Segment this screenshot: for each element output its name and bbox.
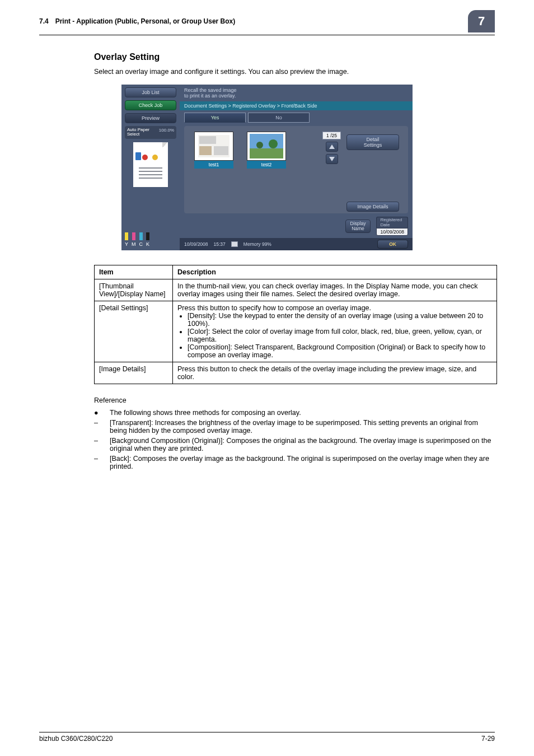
- list-item: [Back]: Composes the overlay image as th…: [110, 455, 495, 470]
- toner-k-label: K: [146, 241, 149, 247]
- tab-no[interactable]: No: [248, 113, 310, 123]
- svg-rect-2: [199, 146, 212, 155]
- list-item: The following shows three methods for co…: [110, 409, 301, 417]
- overlay-body: test1 test2 1 /25 Detail Settings: [184, 126, 408, 213]
- preview-button[interactable]: Preview: [125, 113, 176, 123]
- reference-heading: Reference: [94, 396, 495, 404]
- list-item: [Composition]: Select Transparent, Backg…: [188, 343, 492, 359]
- footer-model: bizhub C360/C280/C220: [39, 735, 113, 743]
- pager-up[interactable]: [326, 142, 338, 152]
- bullet-icon: ●: [94, 409, 101, 417]
- zoom-value: 100.0%: [159, 128, 174, 133]
- svg-rect-4: [250, 134, 283, 148]
- pager-count: 1 /25: [322, 132, 341, 139]
- intro-paragraph: Select an overlay image and configure it…: [94, 68, 495, 76]
- overlay-thumb-2-label: test2: [247, 161, 286, 169]
- table-row: [Image Details] Press this button to che…: [95, 362, 497, 384]
- status-memory-value: 99%: [262, 241, 271, 247]
- list-item: [Background Composition (Original)]: Com…: [110, 437, 495, 452]
- auto-paper-label: Auto Paper Select: [127, 128, 149, 137]
- registered-date-label: Registered Date: [376, 217, 408, 228]
- overlay-thumb-2[interactable]: [247, 132, 286, 161]
- paper-select-panel: Auto Paper Select 100.0%: [125, 126, 176, 139]
- table-cell-desc: In the thumb-nail view, you can check ov…: [173, 279, 497, 301]
- top-message: Recall the saved image to print it as an…: [180, 85, 413, 100]
- detail-settings-button[interactable]: Detail Settings: [346, 134, 399, 150]
- table-cell-desc: Press this button to specify how to comp…: [173, 301, 497, 362]
- table-cell-item: [Image Details]: [95, 362, 173, 384]
- svg-rect-1: [199, 136, 216, 144]
- reference-list: ●The following shows three methods for c…: [94, 409, 495, 470]
- overlay-thumb-1[interactable]: [194, 132, 233, 161]
- registered-date: Registered Date 10/09/2008: [376, 217, 408, 236]
- table-row: [Detail Settings] Press this button to s…: [95, 301, 497, 362]
- svg-rect-5: [250, 148, 283, 158]
- svg-marker-9: [329, 157, 335, 161]
- svg-point-6: [256, 142, 263, 148]
- status-date: 10/09/2008: [184, 241, 208, 247]
- display-name-button[interactable]: Display Name: [345, 220, 371, 233]
- toner-y-label: Y: [125, 241, 128, 247]
- job-list-button[interactable]: Job List: [125, 87, 176, 97]
- status-memory-label: Memory: [243, 241, 261, 247]
- table-cell-item: [Thumbnail View]/[Display Name]: [95, 279, 173, 301]
- registered-date-value: 10/09/2008: [376, 228, 408, 236]
- check-job-button[interactable]: Check Job: [125, 100, 176, 110]
- device-screenshot: Job List Check Job Preview Auto Paper Se…: [39, 85, 495, 250]
- list-item: [Transparent]: Increases the brightness …: [110, 419, 495, 435]
- toner-levels: Y M C K: [125, 232, 149, 247]
- section-title: Print - Application (Public, Personal, o…: [55, 17, 461, 25]
- preview-thumbnail: [133, 142, 168, 187]
- ok-button[interactable]: OK: [377, 240, 408, 249]
- pager-down[interactable]: [326, 154, 338, 164]
- toner-m-label: M: [132, 241, 136, 247]
- status-bar: 10/09/2008 15:37 Memory 99% OK: [180, 238, 413, 250]
- svg-marker-8: [329, 144, 335, 149]
- footer-page-number: 7-29: [481, 735, 495, 743]
- dash-icon: –: [94, 455, 101, 470]
- page-footer: bizhub C360/C280/C220 7-29: [39, 732, 495, 743]
- dash-icon: –: [94, 437, 101, 452]
- tab-yes[interactable]: Yes: [184, 113, 246, 123]
- table-cell-desc: Press this button to check the details o…: [173, 362, 497, 384]
- breadcrumb: Document Settings > Registered Overlay >…: [180, 101, 413, 110]
- table-row: [Thumbnail View]/[Display Name] In the t…: [95, 279, 497, 301]
- reference-table: Item Description [Thumbnail View]/[Displ…: [94, 265, 497, 384]
- page-title: Overlay Setting: [94, 52, 495, 62]
- pager: 1 /25: [322, 132, 341, 164]
- chapter-badge: 7: [468, 10, 495, 32]
- dash-icon: –: [94, 419, 101, 435]
- list-item: [Density]: Use the keypad to enter the d…: [188, 312, 492, 328]
- svg-rect-3: [214, 146, 228, 155]
- toner-c-label: C: [139, 241, 143, 247]
- list-item: [Color]: Select the color of overlay ima…: [188, 328, 492, 343]
- image-details-button[interactable]: Image Details: [346, 202, 399, 212]
- table-header-desc: Description: [173, 265, 497, 279]
- detail-settings-lead: Press this button to specify how to comp…: [177, 304, 492, 312]
- status-time: 15:37: [214, 241, 226, 247]
- page-header: 7.4 Print - Application (Public, Persona…: [39, 0, 495, 35]
- overlay-thumb-1-label: test1: [194, 161, 233, 169]
- svg-point-7: [269, 139, 278, 148]
- table-cell-item: [Detail Settings]: [95, 301, 173, 362]
- section-number: 7.4: [39, 17, 49, 25]
- page-icon: [135, 152, 141, 160]
- memory-icon: [231, 241, 238, 247]
- table-header-item: Item: [95, 265, 173, 279]
